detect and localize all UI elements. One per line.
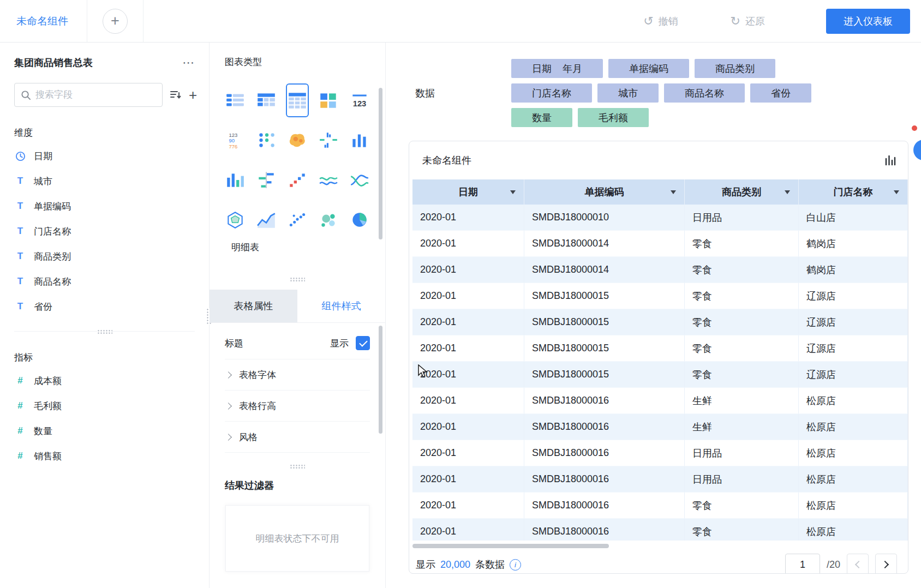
measure-field[interactable]: #销售额	[14, 443, 195, 469]
dimension-pill[interactable]: 城市	[597, 83, 659, 103]
settings-tabs: 表格属性 组件样式	[210, 290, 385, 323]
search-box[interactable]	[14, 83, 163, 107]
grouped-table-icon[interactable]	[224, 83, 247, 117]
area-line-icon[interactable]	[317, 163, 340, 197]
resize-handle-icon[interactable]	[97, 329, 112, 334]
accordion-item[interactable]: 格式	[225, 452, 370, 463]
dimension-pill[interactable]: 单据编码	[608, 59, 689, 78]
text-kpi-icon[interactable]: 12390776	[224, 123, 247, 157]
dimension-pill[interactable]: 商品名称	[664, 83, 745, 103]
step-scatter-icon[interactable]	[286, 163, 309, 197]
next-page-button[interactable]	[875, 554, 897, 574]
add-field-icon[interactable]: +	[189, 88, 197, 102]
dimension-field[interactable]: T商品类别	[14, 244, 195, 269]
vertical-scrollbar[interactable]	[379, 326, 382, 434]
detail-table: 日期单据编码商品类别门店名称 2020-01SMDBJ18000010日用品白山…	[412, 179, 908, 541]
panel-resize-handle[interactable]	[210, 275, 385, 283]
dot-table-icon[interactable]	[255, 123, 278, 157]
table-cell: 辽源店	[799, 283, 908, 309]
more-options-icon[interactable]: ⋯	[182, 56, 195, 70]
dimensions-title: 维度	[14, 127, 195, 139]
column-chart-icon[interactable]	[224, 163, 247, 197]
pill-label: 门店名称	[532, 87, 571, 100]
search-input[interactable]	[35, 89, 156, 100]
measure-pill[interactable]: 毛利额	[578, 108, 649, 127]
dimension-field[interactable]: T省份	[14, 294, 195, 319]
dimension-pill[interactable]: 商品类别	[695, 59, 775, 78]
measure-field[interactable]: #毛利额	[14, 393, 195, 418]
horizontal-scrollbar[interactable]	[412, 544, 609, 548]
bidirectional-bar-icon[interactable]	[255, 163, 278, 197]
prev-page-button[interactable]	[847, 554, 869, 574]
measure-field[interactable]: #成本额	[14, 368, 195, 393]
field-label: 单据编码	[34, 200, 71, 213]
vertical-scrollbar[interactable]	[379, 88, 382, 239]
dimension-pill[interactable]: 门店名称	[511, 83, 592, 103]
column-header[interactable]: 商品类别	[685, 179, 799, 205]
enter-dashboard-button[interactable]: 进入仪表板	[826, 9, 910, 34]
accordion-list: 表格字体表格行高风格格式	[225, 359, 370, 463]
info-icon[interactable]: i	[510, 559, 521, 571]
curve-line-icon[interactable]	[348, 163, 371, 197]
panel-resize-handle[interactable]	[210, 463, 385, 470]
sort-caret-icon[interactable]	[785, 190, 790, 194]
accordion-item[interactable]: 风格	[225, 421, 370, 452]
map-chart-icon[interactable]	[286, 123, 309, 157]
page-input[interactable]	[785, 554, 820, 574]
sort-caret-icon[interactable]	[671, 190, 676, 194]
divider	[143, 0, 143, 43]
dimension-field[interactable]: T城市	[14, 169, 195, 194]
table-row: 2020-01SMDBJ18000016日用品松原店	[412, 466, 908, 493]
pie-chart-icon[interactable]	[348, 203, 371, 237]
cross-table-icon[interactable]	[255, 83, 278, 117]
dimension-field[interactable]: T门店名称	[14, 219, 195, 244]
bar-chart-icon[interactable]	[348, 123, 371, 157]
field-label: 成本额	[34, 375, 62, 387]
add-component-button[interactable]: +	[103, 9, 128, 34]
chart-switch-icon[interactable]	[884, 154, 896, 166]
dimension-field[interactable]: T单据编码	[14, 194, 195, 219]
field-label: 日期	[34, 150, 52, 163]
accordion-item[interactable]: 表格行高	[225, 390, 370, 421]
field-label: 数量	[34, 425, 52, 437]
tab-component-style[interactable]: 组件样式	[297, 290, 385, 322]
row-count[interactable]: 20,000	[440, 559, 470, 571]
chevron-right-icon	[225, 434, 232, 441]
table-cell: 日用品	[685, 440, 799, 466]
table-cell: 2020-01	[412, 519, 524, 541]
column-header[interactable]: 门店名称	[799, 179, 908, 205]
component-name[interactable]: 未命名组件	[0, 14, 87, 28]
measure-field[interactable]: #数量	[14, 418, 195, 443]
table-cell: 2020-01	[412, 205, 524, 231]
sort-caret-icon[interactable]	[894, 190, 899, 194]
title-show-checkbox[interactable]	[356, 336, 370, 350]
plus-icon: +	[111, 14, 119, 28]
column-header[interactable]: 单据编码	[524, 179, 685, 205]
tab-table-properties[interactable]: 表格属性	[210, 290, 297, 322]
dimension-field[interactable]: 日期	[14, 143, 195, 169]
kpi-card-icon[interactable]: 123	[348, 83, 371, 117]
search-icon	[21, 90, 31, 100]
dimension-pill[interactable]: 省份	[750, 83, 811, 103]
undo-button[interactable]: ↺ 撤销	[643, 15, 678, 28]
dimension-pill[interactable]: 日期年月	[511, 59, 603, 78]
title-label: 标题	[225, 337, 243, 350]
scatter-chart-icon[interactable]	[286, 203, 309, 237]
trend-line-icon[interactable]	[255, 203, 278, 237]
custom-sort-icon[interactable]	[170, 89, 182, 100]
bubble-chart-icon[interactable]	[317, 203, 340, 237]
measure-pill[interactable]: 数量	[511, 108, 572, 127]
accordion-item[interactable]: 表格字体	[225, 359, 370, 390]
table-row: 2020-01SMDBJ18000015零食辽源店	[412, 335, 908, 362]
detail-table-icon[interactable]	[286, 83, 309, 117]
sort-caret-icon[interactable]	[510, 190, 516, 194]
radar-chart-icon[interactable]	[224, 203, 247, 237]
dimension-field[interactable]: T商品名称	[14, 269, 195, 294]
number-field-icon: #	[14, 425, 26, 436]
component-card: 未命名组件 日期单据编码商品类别门店名称 2020-01SMDBJ1800001…	[409, 141, 908, 574]
column-header[interactable]: 日期	[412, 179, 524, 205]
redo-button[interactable]: ↻ 还原	[731, 15, 765, 28]
composite-bar-icon[interactable]	[317, 123, 340, 157]
color-table-icon[interactable]	[317, 83, 340, 117]
table-cell: 零食	[685, 519, 799, 541]
